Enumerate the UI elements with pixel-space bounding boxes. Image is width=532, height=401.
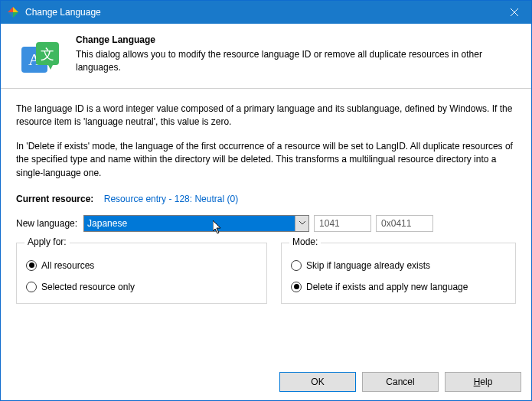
header-title: Change Language: [76, 34, 517, 45]
radio-icon: [26, 282, 37, 292]
svg-marker-1: [8, 7, 13, 12]
radio-icon: [291, 260, 302, 271]
info-paragraph-2: In 'Delete if exists' mode, the language…: [16, 140, 516, 180]
apply-for-label: Apply for:: [24, 236, 70, 247]
radio-label: Skip if language already exists: [306, 260, 430, 271]
radio-delete-if-exists[interactable]: Delete if exists and apply new language: [291, 282, 506, 292]
new-language-select[interactable]: Japanese: [83, 215, 309, 232]
ok-button[interactable]: OK: [279, 372, 356, 392]
cursor-icon: [213, 220, 225, 236]
lang-id-hex-field[interactable]: 0x0411: [376, 215, 433, 232]
titlebar: Change Language: [1, 1, 531, 24]
svg-marker-3: [13, 12, 18, 18]
window-title: Change Language: [25, 7, 101, 18]
close-icon: [511, 8, 518, 16]
help-label-rest: elp: [480, 377, 492, 387]
dialog-header: A 文 Change Language This dialog allows y…: [1, 24, 531, 89]
language-icon: A 文: [19, 37, 62, 80]
radio-label: Delete if exists and apply new language: [306, 282, 468, 292]
current-resource-link[interactable]: Resource entry - 128: Neutral (0): [104, 194, 238, 204]
svg-text:文: 文: [41, 47, 54, 62]
radio-all-resources[interactable]: All resources: [26, 260, 257, 271]
mode-label: Mode:: [289, 236, 321, 247]
header-description: This dialog allows you to modify the res…: [76, 48, 517, 75]
new-language-row: New language: Japanese 1041 0x0411: [16, 215, 516, 232]
radio-label: Selected resource only: [41, 282, 135, 292]
help-button[interactable]: Help: [445, 372, 521, 392]
mode-group: Mode: Skip if language already exists De…: [281, 243, 516, 304]
radio-selected-resource-only[interactable]: Selected resource only: [26, 282, 257, 292]
close-button[interactable]: [497, 1, 531, 24]
radio-icon: [291, 282, 302, 292]
new-language-label: New language:: [16, 218, 77, 229]
lang-id-decimal-field[interactable]: 1041: [314, 215, 371, 232]
app-icon: [7, 6, 19, 18]
dialog-buttons: OK Cancel Help: [279, 372, 521, 392]
radio-label: All resources: [41, 260, 94, 271]
radio-skip-if-exists[interactable]: Skip if language already exists: [291, 260, 506, 271]
apply-for-group: Apply for: All resources Selected resour…: [16, 243, 267, 304]
cancel-button[interactable]: Cancel: [362, 372, 439, 392]
radio-icon: [26, 260, 37, 271]
info-paragraph-1: The language ID is a word integer value …: [16, 103, 516, 129]
chevron-down-icon: [295, 216, 308, 231]
current-resource-label: Current resource:: [16, 194, 93, 204]
dialog-body: The language ID is a word integer value …: [1, 89, 531, 311]
current-resource-row: Current resource: Resource entry - 128: …: [16, 194, 516, 204]
new-language-value: Japanese: [87, 218, 127, 229]
